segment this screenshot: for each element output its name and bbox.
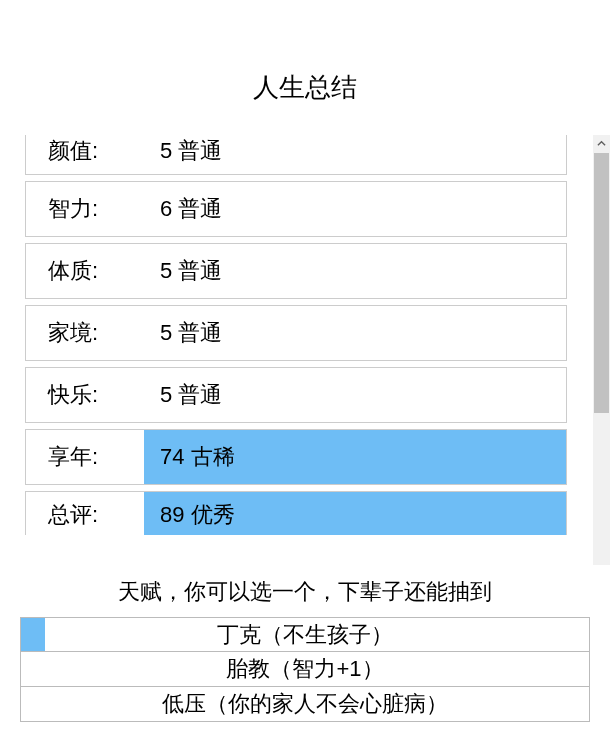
stat-row-family: 家境: 5 普通: [25, 305, 567, 361]
stat-row-happiness: 快乐: 5 普通: [25, 367, 567, 423]
stat-value: 5 普通: [144, 368, 566, 422]
scrollbar-track[interactable]: [593, 135, 610, 565]
talent-item-lowpressure[interactable]: 低压（你的家人不会心脏病）: [20, 687, 590, 722]
stats-container: 颜值: 5 普通 智力: 6 普通 体质: 5 普通 家境: 5 普通 快乐: …: [0, 135, 592, 535]
page-title: 人生总结: [0, 0, 610, 135]
talent-list: 丁克（不生孩子） 胎教（智力+1） 低压（你的家人不会心脏病）: [0, 617, 610, 722]
stat-row-physique: 体质: 5 普通: [25, 243, 567, 299]
stat-value: 5 普通: [144, 135, 566, 174]
stat-label: 总评:: [26, 492, 144, 535]
stat-label: 颜值:: [26, 135, 144, 174]
stat-label: 智力:: [26, 194, 144, 224]
stat-row-overall: 总评: 89 优秀: [25, 491, 567, 535]
talent-item-prenatal[interactable]: 胎教（智力+1）: [20, 652, 590, 687]
talent-label: 胎教（智力+1）: [226, 654, 383, 684]
talent-label: 丁克（不生孩子）: [217, 620, 393, 650]
stat-value: 74 古稀: [144, 430, 566, 484]
stat-value: 5 普通: [144, 244, 566, 298]
stat-row-age: 享年: 74 古稀: [25, 429, 567, 485]
stat-label: 享年:: [26, 442, 144, 472]
stat-row-appearance: 颜值: 5 普通: [25, 135, 567, 175]
stat-label: 快乐:: [26, 380, 144, 410]
stat-value: 89 优秀: [144, 492, 566, 535]
talent-item-dink[interactable]: 丁克（不生孩子）: [20, 617, 590, 652]
stat-label: 家境:: [26, 318, 144, 348]
stat-value: 5 普通: [144, 306, 566, 360]
talent-heading: 天赋，你可以选一个，下辈子还能抽到: [0, 565, 610, 617]
stat-row-intelligence: 智力: 6 普通: [25, 181, 567, 237]
scrollbar-thumb[interactable]: [594, 153, 609, 413]
talent-label: 低压（你的家人不会心脏病）: [162, 689, 448, 719]
stats-scroll-area: 颜值: 5 普通 智力: 6 普通 体质: 5 普通 家境: 5 普通 快乐: …: [0, 135, 610, 565]
stat-value: 6 普通: [144, 182, 566, 236]
stat-label: 体质:: [26, 256, 144, 286]
scrollbar-up-icon[interactable]: [593, 135, 610, 152]
